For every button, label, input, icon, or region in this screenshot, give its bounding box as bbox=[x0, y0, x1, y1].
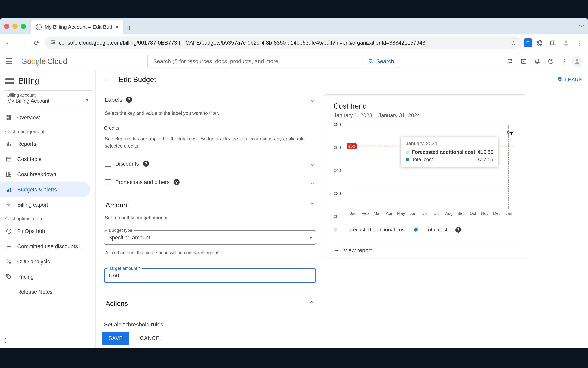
checkbox-icon[interactable] bbox=[105, 161, 111, 167]
sidebar-item-release-notes[interactable]: Release Notes bbox=[0, 285, 90, 300]
svg-rect-24 bbox=[10, 188, 11, 192]
sidebar-item-committed-use[interactable]: Committed use discounts… bbox=[0, 239, 90, 254]
sidebar-item-pricing[interactable]: Pricing bbox=[0, 269, 90, 285]
sidebar-category-cost-management: Cost management bbox=[0, 125, 96, 136]
window-controls bbox=[4, 24, 26, 29]
sidebar-collapse-icon[interactable]: ⟨ bbox=[4, 337, 6, 344]
target-amount-input[interactable] bbox=[109, 273, 311, 279]
tab-close-icon[interactable]: × bbox=[115, 24, 119, 30]
browser-toolbar: ← → ⟳ console.cloud.google.com/billing/0… bbox=[0, 34, 588, 52]
billing-icon bbox=[5, 78, 14, 84]
sidebar-item-cost-table[interactable]: Cost table bbox=[0, 152, 90, 167]
tooltip-total-label: Total cost bbox=[412, 156, 433, 162]
browser-tab-strip: My Billing Account – Edit Bud × + ﹀ bbox=[0, 18, 588, 34]
labels-section-header[interactable]: Labels ? ⌄ bbox=[104, 94, 316, 105]
tab-title: My Billing Account – Edit Bud bbox=[45, 24, 112, 30]
tooltip-forecast-label: Forecasted additional cost bbox=[412, 149, 475, 155]
y-tick: €60 bbox=[334, 145, 341, 150]
sidebar-item-cud-analysis[interactable]: CUD analysis bbox=[0, 254, 90, 269]
credit-discounts-label: Discounts bbox=[115, 161, 139, 167]
side-panel-icon[interactable] bbox=[547, 37, 559, 49]
profile-avatar-icon[interactable] bbox=[560, 37, 572, 49]
legend-dot-total-icon bbox=[406, 158, 409, 161]
x-tick: Dec bbox=[493, 211, 500, 216]
cancel-button[interactable]: CANCEL bbox=[135, 331, 167, 345]
sidebar-product-title[interactable]: Billing bbox=[0, 71, 96, 90]
svg-point-32 bbox=[7, 276, 8, 276]
window-zoom-icon[interactable] bbox=[21, 24, 26, 29]
y-tick: €0 bbox=[334, 214, 338, 219]
labels-title: Labels bbox=[105, 96, 122, 103]
checkbox-icon[interactable] bbox=[105, 179, 111, 185]
help-tooltip-icon[interactable]: ? bbox=[126, 97, 132, 103]
sidebar-item-billing-export[interactable]: Billing export bbox=[0, 197, 90, 212]
sidebar-item-overview[interactable]: Overview bbox=[0, 110, 90, 125]
bookmark-star-icon[interactable]: ☆ bbox=[511, 39, 517, 47]
window-minimize-icon[interactable] bbox=[12, 24, 18, 29]
help-tooltip-icon[interactable]: ? bbox=[143, 161, 149, 167]
actions-section-header[interactable]: Actions ⌃ bbox=[104, 294, 316, 308]
back-arrow-icon[interactable]: ← bbox=[101, 75, 112, 84]
nav-back-icon[interactable]: ← bbox=[3, 37, 15, 49]
search-icon bbox=[368, 58, 374, 64]
chart-plot-area: €60 JanFebMarAprMayJunJulJulAugSepOctNov… bbox=[348, 125, 514, 209]
learn-button[interactable]: LEARN bbox=[557, 76, 582, 83]
svg-rect-12 bbox=[7, 118, 9, 120]
help-tooltip-icon[interactable]: ? bbox=[455, 227, 461, 233]
legend-dot-forecast-icon bbox=[334, 228, 337, 232]
labels-help-text: Select the key and value of the label yo… bbox=[104, 109, 316, 120]
nav-forward-icon[interactable]: → bbox=[17, 37, 29, 49]
sidebar-item-reports[interactable]: Reports bbox=[0, 136, 90, 152]
nav-reload-icon[interactable]: ⟳ bbox=[31, 37, 43, 49]
x-tick: Aug bbox=[445, 211, 453, 216]
help-tooltip-icon[interactable]: ? bbox=[174, 179, 180, 185]
sidebar-category-cost-optimization: Cost optimization bbox=[0, 212, 96, 224]
export-icon bbox=[5, 201, 12, 208]
new-tab-button[interactable]: + bbox=[123, 22, 135, 34]
billing-account-select-label: Billing account bbox=[7, 92, 88, 98]
nav-menu-icon[interactable]: ☰ bbox=[5, 57, 13, 66]
sidebar-item-label: Cost table bbox=[17, 156, 42, 162]
view-report-link[interactable]: → View report bbox=[334, 241, 516, 254]
notifications-icon[interactable] bbox=[531, 55, 544, 68]
browser-menu-icon[interactable]: ⋮ bbox=[573, 37, 585, 49]
svg-rect-16 bbox=[7, 157, 11, 161]
search-button-label: Search bbox=[377, 58, 394, 64]
site-settings-icon[interactable] bbox=[50, 39, 55, 46]
legend-dot-total-icon bbox=[414, 228, 418, 232]
google-cloud-logo[interactable]: Google Cloud bbox=[21, 57, 67, 66]
search-input[interactable] bbox=[147, 55, 363, 68]
chat-icon[interactable] bbox=[504, 55, 516, 68]
credit-discounts-row[interactable]: Discounts ? ⌄ bbox=[104, 156, 316, 171]
amount-section-header[interactable]: Amount ⌃ bbox=[104, 196, 316, 210]
sidebar-item-budgets-alerts[interactable]: Budgets & alerts bbox=[0, 182, 90, 197]
view-report-label: View report bbox=[344, 247, 372, 254]
budget-icon bbox=[5, 186, 12, 193]
target-amount-field[interactable]: Target amount * bbox=[104, 268, 316, 283]
help-icon[interactable] bbox=[544, 55, 557, 68]
billing-account-select[interactable]: Billing account My Billing Account ▾ bbox=[4, 90, 92, 106]
url-text: console.cloud.google.com/billing/001787-… bbox=[59, 40, 508, 46]
credits-help-text: Selected credits are applied to the tota… bbox=[104, 134, 316, 153]
cloud-shell-icon[interactable] bbox=[517, 55, 530, 68]
search-button[interactable]: Search bbox=[363, 55, 399, 68]
window-close-icon[interactable] bbox=[4, 24, 9, 29]
budget-type-select[interactable]: Budget type Specified amount ▾ bbox=[104, 230, 316, 245]
page-body: Labels ? ⌄ Select the key and value of t… bbox=[96, 88, 588, 348]
extensions-icon[interactable] bbox=[533, 37, 546, 49]
more-menu-icon[interactable]: ⋮ bbox=[558, 55, 571, 68]
browser-tab[interactable]: My Billing Account – Edit Bud × bbox=[31, 20, 123, 34]
address-bar[interactable]: console.cloud.google.com/billing/001787-… bbox=[45, 37, 522, 49]
cost-trend-chart[interactable]: €80 €60 €40 €20 €0 bbox=[334, 125, 516, 217]
svg-rect-14 bbox=[9, 142, 9, 146]
y-tick: €40 bbox=[334, 168, 341, 173]
credit-promotions-row[interactable]: Promotions and others ? ⌄ bbox=[104, 175, 316, 190]
cost-trend-column: Cost trend January 1, 2023 – January 31,… bbox=[324, 94, 526, 348]
save-button[interactable]: SAVE bbox=[102, 331, 129, 345]
form-footer: SAVE CANCEL bbox=[96, 328, 588, 348]
translate-icon[interactable]: G bbox=[524, 38, 533, 47]
sidebar-item-cost-breakdown[interactable]: Cost breakdown bbox=[0, 167, 90, 182]
tabs-dropdown-icon[interactable]: ﹀ bbox=[579, 23, 584, 30]
sidebar-item-finops-hub[interactable]: FinOps hub bbox=[0, 224, 90, 239]
account-avatar[interactable] bbox=[572, 56, 583, 67]
